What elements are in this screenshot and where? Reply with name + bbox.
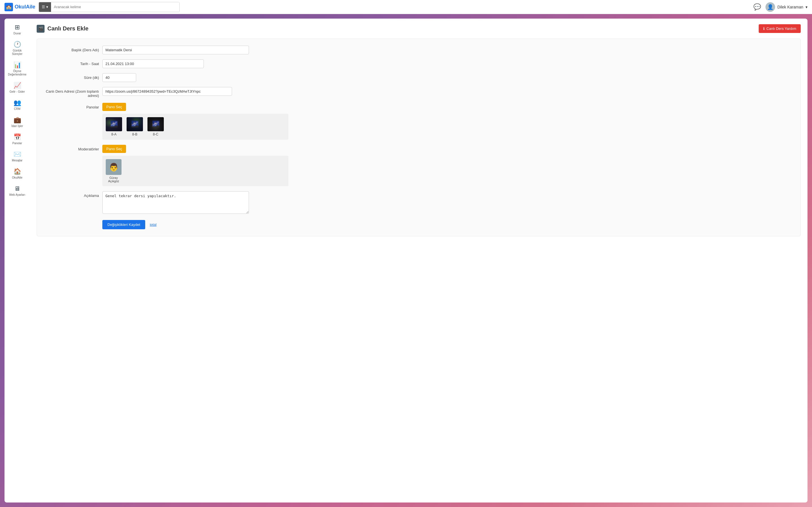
okulaile-icon: 🏠 bbox=[13, 168, 21, 175]
save-button[interactable]: Değişiklikleri Kaydet bbox=[102, 220, 145, 229]
moderatorler-field: Pano Seç 👨 GürayAçıkgöz bbox=[102, 145, 795, 186]
sidebar-item-olcme[interactable]: 📊 Ölçme Değerlendirme bbox=[6, 59, 29, 78]
sidebar-label-web: Web Ayarları bbox=[9, 193, 26, 196]
help-button[interactable]: ℹ Canlı Ders Yardım bbox=[759, 24, 801, 33]
form-container: Başlık (Ders Adı) Tarih - Saat Süre (dk) bbox=[37, 39, 801, 236]
cancel-button[interactable]: iptal bbox=[150, 223, 156, 227]
user-menu[interactable]: 👤 Dilek Karaman ▾ bbox=[765, 2, 808, 12]
pano-label-8b: 8-B bbox=[132, 132, 138, 136]
page-title-icon: 🎬 bbox=[37, 25, 45, 33]
sidebar-item-crm[interactable]: 👥 CRM bbox=[6, 97, 29, 113]
crm-icon: 👥 bbox=[13, 99, 21, 107]
sidebar-item-mesajlar[interactable]: ✉️ Mesajlar bbox=[6, 149, 29, 165]
page-title-wrapper: 🎬 Canlı Ders Ekle bbox=[37, 25, 89, 33]
sure-label: Süre (dk) bbox=[43, 73, 99, 80]
adres-input[interactable] bbox=[102, 87, 232, 96]
aciklama-row: Açıklama Genel tekrar dersi yapılacaktır… bbox=[43, 191, 795, 215]
sidebar: ⊞ Duvar 🕐 Günlük Süreçler 📊 Ölçme Değerl… bbox=[4, 18, 30, 503]
web-icon: 🖥 bbox=[14, 185, 20, 192]
moderatorler-row: Moderatörler Pano Seç 👨 GürayAçıkgöz bbox=[43, 145, 795, 186]
search-wrapper: ☰ ▾ bbox=[39, 2, 180, 12]
tarih-row: Tarih - Saat bbox=[43, 59, 795, 68]
gunluk-icon: 🕐 bbox=[13, 41, 21, 48]
sidebar-label-crm: CRM bbox=[14, 107, 20, 111]
tarih-field bbox=[102, 59, 795, 68]
mod-name-guray: GürayAçıkgöz bbox=[108, 176, 119, 183]
idari-icon: 💼 bbox=[13, 116, 21, 124]
sure-input[interactable] bbox=[102, 73, 136, 82]
sidebar-item-okulaile[interactable]: 🏠 OkulAile bbox=[6, 166, 29, 182]
chat-icon[interactable]: 💬 bbox=[753, 3, 761, 11]
panolar-field: Pano Seç 8-A 8-B bbox=[102, 103, 795, 140]
logo-text: OkulAile bbox=[15, 4, 35, 10]
pano-label-8c: 8-C bbox=[153, 132, 158, 136]
aciklama-field: Genel tekrar dersi yapılacaktır. bbox=[102, 191, 795, 215]
page-header: 🎬 Canlı Ders Ekle ℹ Canlı Ders Yardım bbox=[37, 24, 801, 33]
search-input[interactable] bbox=[51, 2, 179, 12]
help-button-label: Canlı Ders Yardım bbox=[766, 26, 796, 31]
mod-avatar-area: 👨 GürayAçıkgöz bbox=[102, 156, 289, 186]
sidebar-label-panolar: Panolar bbox=[12, 142, 22, 145]
aciklama-textarea[interactable]: Genel tekrar dersi yapılacaktır. bbox=[102, 191, 249, 214]
pano-items-area: 8-A 8-B 8-C bbox=[102, 114, 289, 140]
gelir-icon: 📈 bbox=[13, 82, 21, 89]
baslik-label: Başlık (Ders Adı) bbox=[43, 46, 99, 52]
mod-sec-label: Pano Seç bbox=[106, 147, 122, 151]
mod-item-guray: 👨 GürayAçıkgöz bbox=[106, 159, 121, 183]
topnav: 🏫 OkulAile ☰ ▾ 💬 👤 Dilek Karaman ▾ bbox=[0, 0, 812, 14]
sure-row: Süre (dk) bbox=[43, 73, 795, 82]
sidebar-label-duvar: Duvar bbox=[13, 32, 21, 35]
search-type-btn[interactable]: ☰ ▾ bbox=[39, 2, 51, 12]
pano-thumb-8b bbox=[126, 117, 143, 131]
sidebar-item-gunluk[interactable]: 🕐 Günlük Süreçler bbox=[6, 39, 29, 58]
panolar-row: Panolar Pano Seç 8-A bbox=[43, 103, 795, 140]
pano-item-8b[interactable]: 8-B bbox=[126, 117, 143, 136]
logo[interactable]: 🏫 OkulAile bbox=[4, 3, 35, 11]
pano-sec-button[interactable]: Pano Seç bbox=[102, 103, 126, 111]
pano-item-8a[interactable]: 8-A bbox=[106, 117, 122, 136]
search-dropdown-arrow: ▾ bbox=[46, 5, 48, 9]
panolar-label: Panolar bbox=[43, 103, 99, 109]
baslik-field bbox=[102, 46, 795, 54]
duvar-icon: ⊞ bbox=[15, 24, 20, 31]
mod-avatar-guray: 👨 bbox=[106, 159, 121, 175]
help-icon: ℹ bbox=[763, 26, 765, 31]
adres-row: Canlı Ders Adresi (Zoom toplantı adresi) bbox=[43, 87, 795, 98]
baslik-input[interactable] bbox=[102, 46, 249, 54]
pano-thumb-8c bbox=[147, 117, 164, 131]
mod-sec-button[interactable]: Pano Seç bbox=[102, 145, 126, 153]
user-name: Dilek Karaman bbox=[777, 5, 803, 9]
main-layout: ⊞ Duvar 🕐 Günlük Süreçler 📊 Ölçme Değerl… bbox=[0, 14, 812, 507]
logo-icon: 🏫 bbox=[4, 3, 13, 11]
sidebar-item-idari[interactable]: 💼 İdari İşler bbox=[6, 114, 29, 130]
avatar: 👤 bbox=[765, 2, 775, 12]
sidebar-label-gunluk: Günlük Süreçler bbox=[8, 49, 27, 56]
user-dropdown-arrow: ▾ bbox=[806, 5, 808, 9]
page-title: Canlı Ders Ekle bbox=[47, 25, 89, 32]
sidebar-label-idari: İdari İşler bbox=[11, 124, 23, 128]
sidebar-label-okulaile: OkulAile bbox=[12, 176, 22, 179]
sure-field bbox=[102, 73, 795, 82]
sidebar-item-duvar[interactable]: ⊞ Duvar bbox=[6, 21, 29, 38]
sidebar-item-gelir[interactable]: 📈 Gelir - Gider bbox=[6, 80, 29, 96]
mesajlar-icon: ✉️ bbox=[13, 151, 21, 158]
main-content: 🎬 Canlı Ders Ekle ℹ Canlı Ders Yardım Ba… bbox=[30, 18, 808, 503]
pano-label-8a: 8-A bbox=[111, 132, 117, 136]
topnav-right: 💬 👤 Dilek Karaman ▾ bbox=[753, 2, 808, 12]
sidebar-item-web[interactable]: 🖥 Web Ayarları bbox=[6, 183, 29, 199]
sidebar-label-olcme: Ölçme Değerlendirme bbox=[8, 69, 27, 76]
form-actions: Değişiklikleri Kaydet iptal bbox=[102, 220, 795, 229]
sidebar-item-panolar[interactable]: 📅 Panolar bbox=[6, 131, 29, 147]
search-type-icon: ☰ bbox=[42, 5, 45, 9]
pano-thumb-8a bbox=[106, 117, 122, 131]
baslik-row: Başlık (Ders Adı) bbox=[43, 46, 795, 54]
adres-field bbox=[102, 87, 795, 96]
tarih-label: Tarih - Saat bbox=[43, 59, 99, 66]
olcme-icon: 📊 bbox=[13, 61, 21, 69]
panolar-icon: 📅 bbox=[13, 133, 21, 141]
aciklama-label: Açıklama bbox=[43, 191, 99, 198]
tarih-input[interactable] bbox=[102, 59, 204, 68]
adres-label: Canlı Ders Adresi (Zoom toplantı adresi) bbox=[43, 87, 99, 98]
moderatorler-label: Moderatörler bbox=[43, 145, 99, 151]
pano-item-8c[interactable]: 8-C bbox=[147, 117, 164, 136]
